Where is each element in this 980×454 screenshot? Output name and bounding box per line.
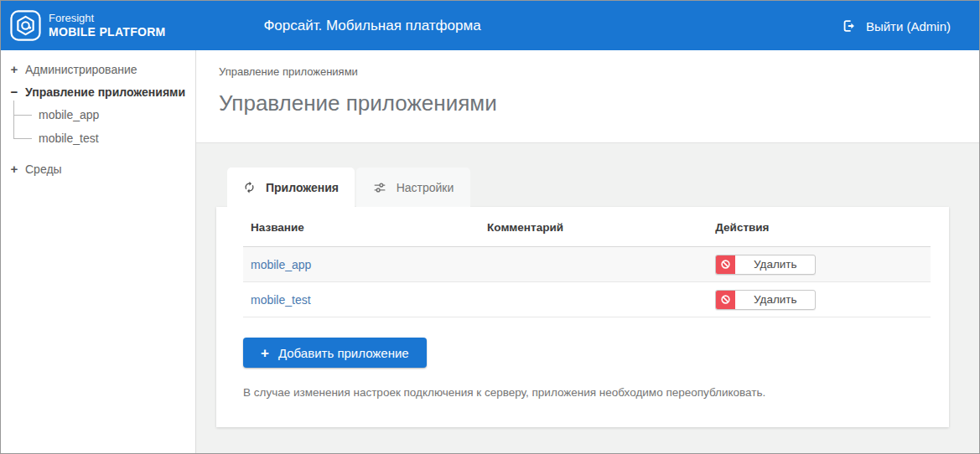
sidebar-item-mobile-test[interactable]: mobile_test [1,126,195,150]
sidebar-tree: + Администрирование − Управление приложе… [1,50,196,453]
refresh-icon [243,181,256,193]
sidebar-item-administration[interactable]: + Администрирование [1,58,195,80]
delete-button[interactable]: Удалить [715,255,816,275]
column-header-actions: Действия [708,221,931,234]
applications-card: Название Комментарий Действия mobile_app [216,207,949,427]
brand-line1: Foresight [49,12,166,25]
logout-icon [842,18,856,33]
main-content: Управление приложениями Управление прило… [196,50,979,453]
sidebar-item-mobile-app[interactable]: mobile_app [1,103,195,126]
page-header-strip: Управление приложениями Управление прило… [196,50,979,143]
app-header: Foresight MOBILE PLATFORM Форсайт. Мобил… [1,1,979,50]
brand-logo[interactable]: Foresight MOBILE PLATFORM [10,10,166,41]
app-link-mobile-app[interactable]: mobile_app [251,258,311,271]
prohibition-icon [716,255,735,274]
column-header-name: Название [243,221,480,234]
expand-plus-icon[interactable]: + [8,162,20,176]
sidebar-item-app-management[interactable]: − Управление приложениями [1,80,195,103]
sidebar-item-label: Администрирование [25,63,137,76]
add-application-button[interactable]: + Добавить приложение [243,338,427,368]
app-link-mobile-test[interactable]: mobile_test [251,293,311,307]
expand-plus-icon[interactable]: + [8,62,20,76]
logout-label: Выйти (Admin) [866,18,951,33]
breadcrumb: Управление приложениями [219,65,979,78]
app-window: Foresight MOBILE PLATFORM Форсайт. Мобил… [0,0,980,454]
tab-settings[interactable]: Настройки [356,168,470,207]
prohibition-icon [716,291,735,309]
delete-button[interactable]: Удалить [715,290,816,310]
sidebar-item-environments[interactable]: + Среды [1,157,195,180]
add-application-label: Добавить приложение [278,346,409,360]
table-header: Название Комментарий Действия [243,207,931,247]
tab-applications[interactable]: Приложения [227,168,355,207]
brand-text: Foresight MOBILE PLATFORM [49,12,166,40]
page-title: Управление приложениями [219,90,979,116]
brand-line2: MOBILE PLATFORM [49,25,166,40]
tab-label: Настройки [397,181,454,194]
table-row: mobile_test Удалить [243,282,931,317]
sliders-icon [373,181,386,194]
table-row: mobile_app Удалить [243,247,931,282]
sidebar-item-label: Управление приложениями [25,85,185,99]
delete-button-label: Удалить [735,255,815,274]
tab-label: Приложения [266,181,339,194]
sidebar-children: mobile_app mobile_test [1,103,195,150]
body-row: + Администрирование − Управление приложе… [1,50,979,453]
sidebar-item-label: Среды [25,163,62,176]
foresight-logo-icon [10,10,41,41]
tab-bar: Приложения Настройки [227,168,979,207]
column-header-comment: Комментарий [480,221,708,234]
logout-button[interactable]: Выйти (Admin) [842,18,951,33]
collapse-minus-icon[interactable]: − [8,85,20,99]
delete-button-label: Удалить [735,291,815,309]
plus-icon: + [261,346,269,360]
republish-note: В случае изменения настроек подключения … [243,386,931,399]
app-title: Форсайт. Мобильная платформа [263,18,480,34]
